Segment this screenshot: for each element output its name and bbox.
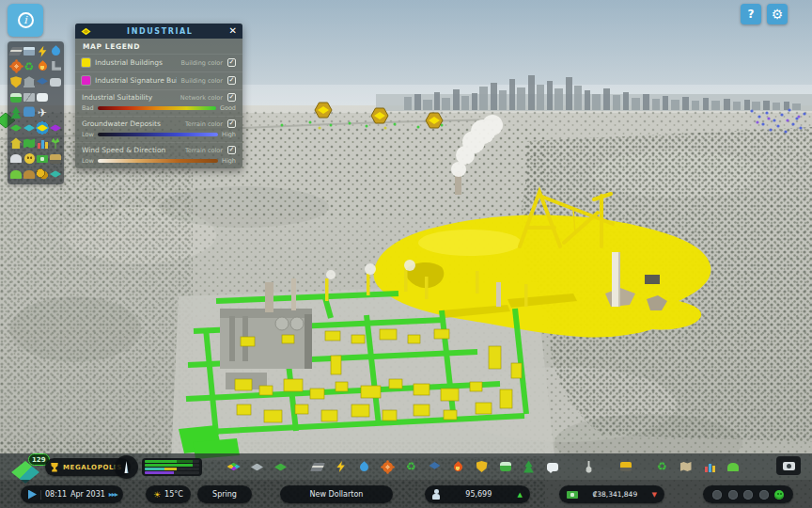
land-value-infoview-icon[interactable]	[23, 136, 36, 151]
main-toolbar	[226, 455, 741, 478]
swatch-signature-buildings	[82, 76, 90, 85]
swatch-industrial-buildings	[82, 58, 90, 67]
residential-infoview-icon[interactable]	[9, 136, 23, 151]
help-icon: ?	[748, 8, 755, 21]
settings-button[interactable]: ⚙	[767, 4, 788, 24]
happiness-face-icon	[743, 490, 753, 500]
help-button[interactable]: ?	[741, 4, 761, 24]
photo-mode-button[interactable]	[776, 456, 801, 475]
season-pill[interactable]: Spring	[197, 485, 252, 503]
landscaping-tool-icon[interactable]	[581, 457, 597, 476]
water-sewage-tool-icon[interactable]	[356, 457, 372, 476]
speed-chevrons-icon[interactable]: ▸▸▸	[109, 490, 117, 499]
industrial-infoview-icon[interactable]	[36, 120, 49, 135]
checkbox[interactable]: ✓	[227, 93, 236, 102]
industrial-resource-marker[interactable]	[426, 113, 443, 128]
communications-tool-icon[interactable]	[544, 457, 560, 476]
infoviews-sidebar	[8, 41, 64, 184]
gear-icon: ⚙	[772, 7, 784, 22]
fire-rescue-tool-icon[interactable]	[450, 457, 466, 476]
zoning-demand-panel[interactable]	[142, 458, 202, 476]
close-icon[interactable]: ✕	[229, 26, 237, 36]
tourism-income-infoview-icon[interactable]	[36, 167, 49, 181]
infoviews-button[interactable]: i	[8, 4, 43, 37]
healthcare-tool-icon[interactable]	[380, 457, 396, 476]
commercial-infoview-icon[interactable]	[49, 120, 62, 135]
industrial-diamond-icon	[81, 27, 91, 35]
money-icon	[567, 491, 578, 499]
roads-tool-icon[interactable]	[309, 457, 325, 476]
agriculture-infoview-icon[interactable]	[49, 136, 62, 151]
legend-row-signature-buildings: Industrial Signature Buildings Building …	[75, 71, 242, 89]
play-icon[interactable]	[28, 490, 37, 500]
checkbox[interactable]: ✓	[227, 146, 236, 154]
districts-tool-icon[interactable]	[249, 457, 265, 476]
happiness-face-icon	[728, 490, 738, 500]
economy-infoview-icon[interactable]	[36, 136, 49, 151]
water-availability-infoview-icon[interactable]	[23, 120, 36, 135]
city-name-pill[interactable]: New Dollarton	[280, 485, 393, 503]
garbage-infoview-icon[interactable]	[23, 59, 36, 73]
terrain-infoview-icon[interactable]	[9, 167, 23, 181]
administration-infoview-icon[interactable]	[23, 75, 36, 89]
zones-infoview-icon[interactable]	[9, 120, 23, 135]
tax-infoview-icon[interactable]	[36, 151, 49, 166]
checkbox[interactable]: ✓	[227, 58, 236, 67]
demand-bar	[145, 468, 199, 470]
happiness-pill[interactable]	[703, 485, 793, 503]
water-sewage-infoview-icon[interactable]	[49, 44, 62, 58]
roads-infoview-icon[interactable]	[9, 44, 23, 58]
clock-time: 08:11	[45, 490, 67, 499]
happiness-face-active-icon	[774, 490, 784, 500]
garbage-tool-icon[interactable]	[403, 457, 419, 476]
workplaces-infoview-icon[interactable]	[49, 151, 62, 166]
happiness-face-icon	[759, 490, 769, 500]
money-trend-down-icon: ▼	[652, 491, 657, 499]
transportation-infoview-icon[interactable]	[9, 90, 23, 104]
telecom-infoview-icon[interactable]	[49, 75, 62, 89]
parks-recreation-tool-icon[interactable]	[521, 457, 537, 476]
tourism-infoview-icon[interactable]	[23, 105, 36, 119]
happiness-infoview-icon[interactable]	[23, 151, 36, 166]
natural-resources-infoview-icon[interactable]	[23, 167, 36, 181]
bulldozer-tool-icon[interactable]	[617, 457, 633, 476]
education-tool-icon[interactable]	[427, 457, 443, 476]
vegetation-tool-icon[interactable]	[273, 457, 289, 476]
fishing-infoview-icon[interactable]	[49, 167, 62, 181]
panel-header: INDUSTRIAL ✕	[75, 24, 242, 39]
monument-button[interactable]	[115, 455, 138, 479]
electronics-infoview-icon[interactable]	[23, 44, 36, 58]
industrial-resource-marker[interactable]	[371, 108, 388, 123]
police-tool-icon[interactable]	[474, 457, 490, 476]
money-amount: ₡38,341,849	[592, 490, 637, 499]
checkbox[interactable]: ✓	[227, 76, 236, 85]
electricity-infoview-icon[interactable]	[36, 44, 49, 58]
parks-recreation-infoview-icon[interactable]	[9, 105, 23, 119]
snow-infoview-icon[interactable]	[9, 151, 23, 166]
chat-infoview-icon[interactable]	[36, 90, 49, 104]
progression-tool-icon[interactable]	[678, 457, 694, 476]
population-trend-up-icon: ▲	[518, 491, 523, 499]
game-screen: i INDUSTRIAL ✕ MAP LEGEND Industrial Bui…	[0, 0, 812, 508]
healthcare-infoview-icon[interactable]	[9, 59, 23, 73]
checkbox[interactable]: ✓	[227, 119, 236, 128]
population-pill[interactable]: 95,699 ▲	[425, 485, 530, 503]
post-infoview-icon[interactable]	[23, 90, 36, 104]
weather-pill[interactable]: ☀ 15°C	[146, 485, 191, 503]
zoning-tool-icon[interactable]	[226, 457, 242, 476]
industrial-resource-marker[interactable]	[315, 103, 332, 118]
education-infoview-icon[interactable]	[36, 75, 49, 89]
maintenance-infoview-icon[interactable]	[49, 59, 62, 73]
statistics-tool-icon[interactable]	[701, 457, 717, 476]
population-icon	[432, 489, 440, 500]
transportation-tool-icon[interactable]	[497, 457, 513, 476]
fire-rescue-infoview-icon[interactable]	[36, 59, 49, 73]
economy-tool-icon[interactable]	[654, 457, 670, 476]
terrain-tool-icon[interactable]	[725, 457, 741, 476]
police-infoview-icon[interactable]	[9, 75, 23, 89]
routes-infoview-icon[interactable]	[36, 105, 49, 119]
electricity-tool-icon[interactable]	[333, 457, 349, 476]
camera-icon	[783, 462, 795, 470]
demand-bar	[145, 464, 199, 467]
money-pill[interactable]: ₡38,341,849 ▼	[559, 485, 664, 503]
